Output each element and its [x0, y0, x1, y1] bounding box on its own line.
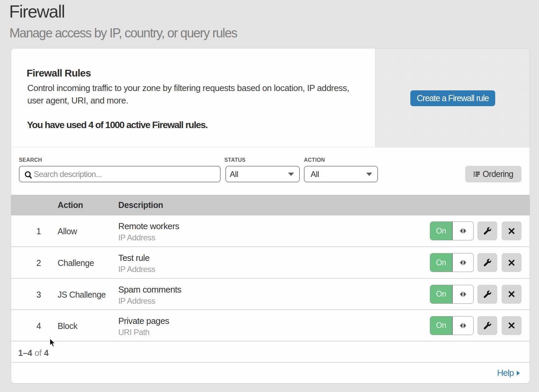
- delete-rule-button[interactable]: [502, 253, 521, 272]
- toggle-drag-segment[interactable]: [453, 222, 474, 240]
- create-rule-panel: Create a Firewall rule: [375, 49, 530, 147]
- page-subtitle: Manage access by IP, country, or query r…: [9, 26, 237, 40]
- column-header-action: Action: [58, 200, 83, 210]
- pagination-of: of: [32, 348, 44, 358]
- arrow-left-icon: [460, 260, 463, 265]
- row-controls: On: [430, 215, 521, 246]
- x-icon: [508, 259, 515, 266]
- edit-rule-button[interactable]: [477, 221, 497, 240]
- intro-section: Firewall Rules Control incoming traffic …: [11, 49, 530, 147]
- wrench-icon: [484, 259, 491, 266]
- pagination-total: 4: [44, 348, 49, 358]
- section-description: Control incoming traffic to your zone by…: [27, 82, 349, 107]
- arrow-left-icon: [460, 323, 463, 328]
- action-select[interactable]: All: [304, 166, 378, 182]
- rule-match-type: IP Address: [118, 296, 155, 306]
- toggle-on-segment[interactable]: On: [430, 222, 453, 240]
- delete-rule-button[interactable]: [502, 285, 521, 304]
- wrench-icon: [484, 322, 491, 329]
- arrow-right-icon: [517, 371, 520, 375]
- ordering-button[interactable]: Ordering: [465, 166, 521, 182]
- rule-match-type: IP Address: [118, 233, 155, 242]
- help-label: Help: [497, 368, 514, 378]
- arrow-left-icon: [460, 228, 463, 234]
- edit-rule-button[interactable]: [477, 316, 497, 335]
- status-select[interactable]: All: [225, 166, 300, 182]
- arrow-right-icon: [464, 292, 466, 297]
- column-header-description: Description: [118, 200, 163, 210]
- search-input[interactable]: [34, 167, 218, 182]
- rule-action: Allow: [58, 227, 77, 236]
- edit-rule-button[interactable]: [477, 253, 497, 272]
- action-label: ACTION: [304, 157, 325, 163]
- description-line-1: Control incoming traffic to your zone by…: [27, 83, 349, 93]
- help-row: Help: [11, 363, 530, 383]
- pagination-range-start: 1–4: [18, 348, 32, 358]
- arrow-right-icon: [464, 323, 466, 328]
- rule-action: JS Challenge: [58, 290, 106, 300]
- x-icon: [508, 228, 515, 235]
- rule-enabled-toggle[interactable]: On: [430, 253, 474, 272]
- x-icon: [508, 291, 515, 298]
- toggle-on-segment[interactable]: On: [430, 285, 453, 303]
- rule-enabled-toggle[interactable]: On: [430, 285, 474, 304]
- pagination-range: 1–4 of 4: [18, 348, 49, 358]
- chevron-down-icon: [288, 173, 294, 176]
- rule-description: Remote workers: [118, 221, 179, 232]
- arrow-left-icon: [460, 292, 463, 297]
- rule-priority: 3: [31, 290, 46, 300]
- create-firewall-rule-button[interactable]: Create a Firewall rule: [410, 90, 495, 106]
- rule-enabled-toggle[interactable]: On: [430, 221, 474, 240]
- status-select-value: All: [230, 170, 238, 179]
- table-row: 3 JS Challenge Spam comments IP Address …: [11, 279, 530, 310]
- chevron-down-icon: [366, 173, 372, 176]
- row-controls: On: [430, 310, 521, 341]
- pagination-row: 1–4 of 4: [11, 341, 530, 363]
- arrow-right-icon: [464, 228, 466, 234]
- edit-rule-button[interactable]: [477, 285, 497, 304]
- rule-priority: 1: [31, 227, 46, 236]
- rule-description: Spam comments: [118, 284, 181, 295]
- rule-action: Block: [58, 321, 77, 331]
- toggle-on-segment[interactable]: On: [430, 316, 453, 335]
- rule-action: Challenge: [58, 258, 94, 268]
- section-heading: Firewall Rules: [27, 67, 91, 79]
- ordering-list-icon: [474, 172, 480, 177]
- row-controls: On: [430, 279, 521, 309]
- rule-match-type: IP Address: [118, 265, 155, 274]
- delete-rule-button[interactable]: [502, 221, 521, 240]
- row-controls: On: [430, 247, 521, 278]
- rule-priority: 4: [31, 321, 46, 331]
- search-label: SEARCH: [19, 157, 42, 163]
- help-link[interactable]: Help: [497, 368, 520, 378]
- ordering-button-label: Ordering: [483, 169, 513, 179]
- arrow-right-icon: [464, 260, 466, 265]
- table-row: 4 Block Private pages URI Path On: [11, 310, 530, 341]
- toggle-drag-segment[interactable]: [453, 285, 474, 303]
- rule-priority: 2: [31, 258, 46, 268]
- intro-text-panel: Firewall Rules Control incoming traffic …: [11, 49, 375, 147]
- description-line-2: user agent, URI, and more.: [27, 95, 128, 105]
- usage-summary: You have used 4 of 1000 active Firewall …: [27, 120, 208, 130]
- toggle-on-segment[interactable]: On: [430, 253, 453, 272]
- table-row: 1 Allow Remote workers IP Address On: [11, 215, 530, 247]
- x-icon: [508, 322, 515, 329]
- delete-rule-button[interactable]: [502, 316, 521, 335]
- rule-description: Private pages: [118, 316, 169, 326]
- table-row: 2 Challenge Test rule IP Address On: [11, 247, 530, 279]
- toggle-drag-segment[interactable]: [453, 316, 474, 335]
- status-label: STATUS: [224, 157, 246, 163]
- toggle-drag-segment[interactable]: [453, 253, 474, 272]
- rules-table-body: 1 Allow Remote workers IP Address On: [11, 215, 530, 341]
- rule-enabled-toggle[interactable]: On: [430, 316, 474, 335]
- wrench-icon: [484, 291, 491, 298]
- search-field: [19, 166, 221, 182]
- firewall-rules-card: Firewall Rules Control incoming traffic …: [11, 49, 530, 383]
- search-icon: [24, 171, 33, 180]
- wrench-icon: [484, 227, 491, 235]
- page-title: Firewall: [9, 1, 65, 22]
- filter-bar: SEARCH STATUS ACTION All All: [11, 147, 530, 195]
- rule-description: Test rule: [118, 253, 150, 263]
- table-header: Action Description: [11, 195, 530, 215]
- rule-match-type: URI Path: [118, 328, 150, 337]
